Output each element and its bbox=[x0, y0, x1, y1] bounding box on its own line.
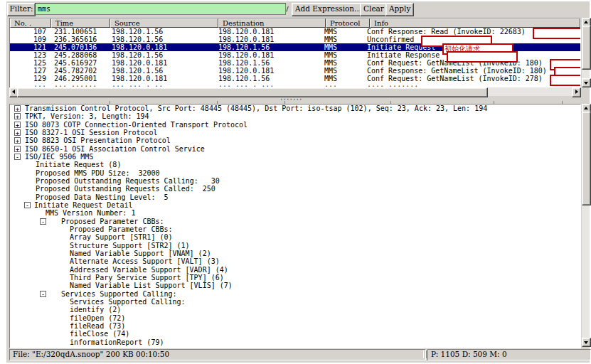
column-header-info[interactable]: Info bbox=[370, 18, 580, 28]
add-expression-button[interactable]: Add Expression... bbox=[292, 3, 365, 16]
cell-destination: 198.120.1.56 bbox=[215, 75, 321, 82]
expand-plus-icon[interactable]: + bbox=[14, 137, 21, 144]
cell-time: 245.782702 bbox=[50, 67, 108, 75]
column-header-destination[interactable]: Destination bbox=[218, 18, 326, 28]
tree-row[interactable]: Proposed Parameter CBBs: bbox=[10, 225, 580, 233]
tree-vscrollbar[interactable] bbox=[582, 104, 590, 347]
tree-row[interactable]: +Transmission Control Protocol, Src Port… bbox=[10, 105, 580, 112]
filter-combo-icon[interactable]: / bbox=[284, 3, 291, 15]
cell-no: 125 bbox=[10, 59, 50, 67]
cell-time: 245.288068 bbox=[50, 51, 108, 59]
scrollbar-thumb[interactable] bbox=[582, 26, 591, 70]
tree-row[interactable]: Services Supported Calling: bbox=[10, 298, 580, 306]
tree-row[interactable]: Structure Support [STR2] (1) bbox=[10, 242, 580, 250]
scroll-right-icon[interactable] bbox=[572, 87, 581, 97]
collapse-minus-icon[interactable]: - bbox=[40, 218, 46, 225]
tree-row-label: Initiate Request Detail bbox=[34, 201, 132, 209]
filter-button[interactable]: Filter: bbox=[7, 3, 36, 16]
cell-protocol: MMS bbox=[321, 59, 363, 67]
cell-time: 236.365616 bbox=[50, 36, 108, 43]
tree-row[interactable]: informationReport (79) bbox=[10, 338, 580, 346]
cell-info: Conf Response: Read (InvokeID: 22683) bbox=[363, 28, 581, 36]
expand-plus-icon[interactable]: + bbox=[14, 129, 21, 136]
column-header-no[interactable]: No. . bbox=[10, 18, 51, 28]
packet-list-vscrollbar[interactable] bbox=[582, 18, 590, 87]
packet-row-clipped[interactable]: ··· ···.······ ···.···.·.·· ···.···.·.··… bbox=[10, 82, 580, 87]
tree-row[interactable]: +ISO 8823 OSI Presentation Protocol bbox=[10, 136, 580, 144]
tree-row[interactable]: fileRead (73) bbox=[10, 322, 580, 330]
tree-row-label: Proposed Parameter CBBs: bbox=[70, 225, 173, 233]
tree-row[interactable]: MMS Version Number: 1 bbox=[10, 209, 580, 217]
cell-source: 198.120.1.56 bbox=[108, 28, 215, 36]
packet-row[interactable]: 127 245.782702 198.120.1.56 198.120.0.18… bbox=[10, 67, 580, 75]
tree-row[interactable]: Third Pary Service Support [TPY] (6) bbox=[10, 274, 580, 282]
collapse-minus-icon[interactable]: - bbox=[24, 202, 31, 208]
cell-info: Conf Response: GetNameList (InvokeID: 18… bbox=[363, 67, 581, 75]
cell-protocol: MMS bbox=[321, 28, 363, 36]
clear-button[interactable]: Clear bbox=[360, 3, 388, 16]
tree-row[interactable]: Named Variable Support [VNAM] (2) bbox=[10, 250, 580, 257]
tree-row[interactable]: -Initiate Request Detail bbox=[10, 201, 580, 209]
collapse-minus-icon[interactable]: - bbox=[40, 291, 46, 297]
tree-row[interactable]: +ISO 8650-1 OSI Association Control Serv… bbox=[10, 145, 580, 153]
status-packet-counts: P: 1105 D: 509 M: 0 bbox=[427, 349, 591, 360]
filter-input[interactable]: mms bbox=[35, 3, 286, 15]
column-header-source[interactable]: Source bbox=[110, 18, 218, 28]
tree-row[interactable]: +ISO 8327-1 OSI Session Protocol bbox=[10, 129, 580, 136]
cell-time: 245.070136 bbox=[50, 43, 108, 51]
tree-row[interactable]: +TPKT, Version: 3, Length: 194 bbox=[10, 112, 580, 120]
scroll-down-icon[interactable] bbox=[582, 338, 591, 347]
capture-window: Filter: mms / Add Expression... Clear Ap… bbox=[6, 1, 590, 363]
cell-time: 231.100651 bbox=[50, 28, 108, 36]
cell-protocol: MMS bbox=[321, 75, 363, 82]
column-header-protocol[interactable]: Protocol bbox=[326, 18, 370, 28]
scrollbar-thumb[interactable] bbox=[582, 112, 591, 205]
statusbar-grip[interactable] bbox=[423, 350, 427, 358]
tree-row[interactable]: fileOpen (72) bbox=[10, 314, 580, 322]
tree-row[interactable]: Proposed Data Nesting Level: 5 bbox=[10, 193, 580, 201]
tree-row[interactable]: Initiate Request (8) bbox=[10, 161, 580, 168]
expand-plus-icon[interactable]: + bbox=[14, 105, 21, 112]
tree-row-label: ISO 8073 COTP Connection-Oriented Transp… bbox=[25, 121, 247, 129]
packet-row[interactable]: 109 236.365616 198.120.1.56 198.120.0.18… bbox=[10, 36, 580, 43]
tree-row[interactable]: identify (2) bbox=[10, 306, 580, 314]
scroll-down-icon[interactable] bbox=[582, 78, 591, 87]
tree-rows: +Transmission Control Protocol, Src Port… bbox=[10, 105, 580, 346]
tree-row[interactable]: Proposed MMS PDU Size: 32000 bbox=[10, 169, 580, 177]
cell-destination: 198.120.1.56 bbox=[215, 59, 321, 67]
cell-info: Initiate Response bbox=[363, 51, 518, 59]
tree-row[interactable]: Alternate Access Support [VALT] (3) bbox=[10, 257, 580, 265]
tree-row-label: TPKT, Version: 3, Length: 194 bbox=[25, 112, 149, 120]
column-header-time[interactable]: Time bbox=[51, 18, 110, 28]
cell-info: Unconfirmed bbox=[363, 36, 492, 43]
tree-row[interactable]: Proposed Outstanding Requests Calling: 3… bbox=[10, 177, 580, 185]
tree-row[interactable]: -Services Supported Calling: bbox=[10, 290, 580, 298]
tree-row[interactable]: Proposed Outstanding Requests Called: 25… bbox=[10, 185, 580, 193]
filter-toolbar: Filter: mms / Add Expression... Clear Ap… bbox=[6, 2, 590, 16]
tree-row-label: Initiate Request (8) bbox=[36, 161, 121, 168]
pane-splitter[interactable]: ······· bbox=[6, 97, 590, 104]
packet-row[interactable]: 107 231.100651 198.120.1.56 198.120.0.18… bbox=[10, 28, 580, 36]
tree-row-label: fileClose (74) bbox=[70, 330, 129, 338]
tree-row-label: Proposed Parameter CBBs: bbox=[61, 218, 164, 225]
tree-row[interactable]: Named Variable List Support [VLIS] (7) bbox=[10, 282, 580, 289]
tree-row[interactable]: Addressed Variable Support [VADR] (4) bbox=[10, 266, 580, 274]
tree-row[interactable]: fileClose (74) bbox=[10, 330, 580, 338]
tree-row[interactable]: +ISO 8073 COTP Connection-Oriented Trans… bbox=[10, 121, 580, 129]
expand-plus-icon[interactable]: + bbox=[14, 146, 21, 152]
apply-button[interactable]: Apply bbox=[385, 3, 414, 16]
protocol-tree-pane: +Transmission Control Protocol, Src Port… bbox=[9, 104, 581, 348]
expand-plus-icon[interactable]: + bbox=[14, 122, 21, 128]
tree-row[interactable]: Array Support [STR1] (0) bbox=[10, 233, 580, 241]
packet-row[interactable]: 129 246.295001 198.120.0.181 198.120.1.5… bbox=[10, 75, 580, 82]
tree-row[interactable]: -Proposed Parameter CBBs: bbox=[10, 218, 580, 225]
collapse-minus-icon[interactable]: - bbox=[14, 154, 21, 160]
expand-plus-icon[interactable]: + bbox=[14, 113, 21, 119]
tree-row-label: MMS Version Number: 1 bbox=[46, 209, 135, 217]
scrollbar-thumb[interactable] bbox=[17, 87, 488, 97]
packet-row[interactable]: 123 245.288068 198.120.1.56 198.120.0.18… bbox=[10, 51, 580, 59]
packet-row[interactable]: 121 245.070136 198.120.0.181 198.120.1.5… bbox=[10, 43, 580, 51]
tree-row-label: Services Supported Calling: bbox=[61, 290, 177, 298]
tree-row[interactable]: -ISO/IEC 9506 MMS bbox=[10, 153, 580, 161]
cell-info: Conf Request: GetNameList (InvokeID: 278… bbox=[363, 75, 581, 82]
